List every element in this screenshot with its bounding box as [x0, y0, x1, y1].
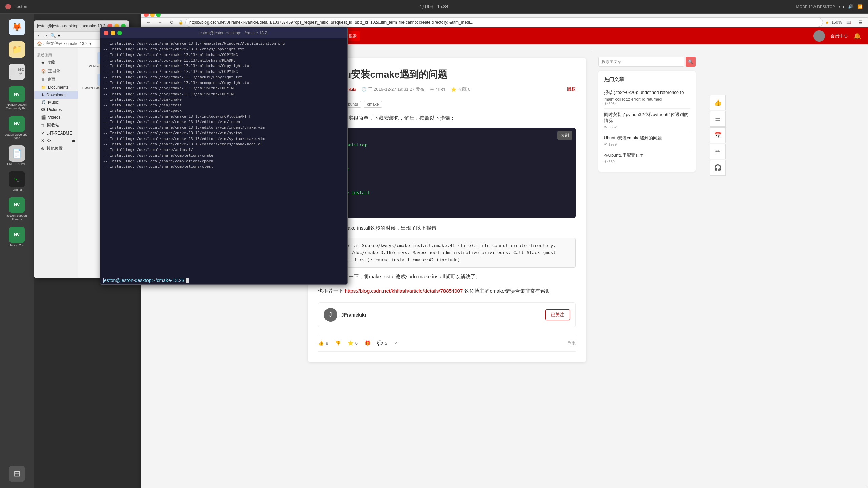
edit-icon: ✏ [715, 148, 721, 155]
fm-fwd-btn[interactable]: → [43, 33, 48, 38]
hot-item-3-views: 👁 1979 [604, 142, 690, 146]
term-line-7: -- Installing: /usr/local/doc/cmake-13.1… [103, 75, 344, 80]
member-center-btn[interactable]: 会员中心 [830, 33, 848, 39]
eye-icon-1: 👁 [604, 102, 608, 106]
hot-item-1[interactable]: 报错 (.text+0x20): undefined reference to … [604, 87, 690, 109]
fm-item-other[interactable]: ⊕ 其他位置 [34, 144, 78, 153]
fm-back-btn[interactable]: ← [37, 33, 41, 38]
forward-btn[interactable]: → [155, 18, 165, 27]
floater-calendar[interactable]: 📅 [710, 127, 726, 143]
like-btn[interactable]: 👍 8 [318, 340, 328, 346]
article-search-btn[interactable]: 🔍 [686, 57, 696, 67]
link-suffix: 这位博主的cmake错误合集非常有帮助 [464, 288, 550, 294]
dislike-btn[interactable]: 👎 [335, 340, 341, 346]
code-copy-btn[interactable]: 复制 [557, 131, 572, 140]
floater-likes[interactable]: 👍 [710, 95, 726, 110]
dock-item-apps[interactable]: ⊞ [2, 464, 32, 485]
term-line-3: -- Installing: /usr/local/doc/cmake-13.1… [103, 52, 344, 58]
dock-item-trash[interactable]: 🗑 回收站 [2, 62, 32, 83]
hot-item-3-title: Ubuntu安装cmake遇到的问题 [604, 135, 690, 141]
term-min-btn[interactable] [111, 30, 115, 35]
fm-crumb-dropdown[interactable]: ▾ [89, 41, 91, 46]
terminal-body[interactable]: -- Installing: /usr/local/share/cmake-13… [100, 38, 347, 276]
fm-item-pictures[interactable]: 🖼 Pictures [34, 106, 78, 114]
hot-item-4[interactable]: 在Ubuntu里配置slim 👁 550 [604, 149, 690, 166]
dock-item-l4t[interactable]: 📄 L4T-README [2, 143, 32, 168]
hot-item-1-views: 👁 6034 [604, 102, 690, 106]
gift-btn[interactable]: 🎁 [364, 340, 370, 346]
version-link[interactable]: 版权 [567, 86, 576, 93]
term-line-15: -- Installing: /usr/local/share/cmake-13… [103, 119, 344, 125]
term-max-btn[interactable] [117, 30, 122, 35]
taskbar-wifi[interactable]: 📶 [857, 4, 863, 9]
follow-btn[interactable]: 已关注 [545, 309, 570, 320]
term-line-1: -- Installing: /usr/local/share/cmake-13… [103, 41, 344, 47]
hot-item-1-subtitle: 'main' collect2: error: ld returned [604, 97, 690, 102]
files-icon: 📁 [12, 45, 22, 54]
term-close-btn[interactable] [104, 30, 108, 35]
hot-item-2-title: 同时安装了python32位和python64位遇到的情况 [604, 111, 690, 124]
firefox-icon: 🦊 [12, 22, 22, 32]
eject-icon[interactable]: ⏏ [72, 138, 75, 143]
collect-count: 6 [355, 341, 358, 346]
report-link[interactable]: 单报 [567, 340, 576, 346]
hot-item-3[interactable]: Ubuntu安装cmake遇到的问题 👁 1979 [604, 132, 690, 149]
breadcrumb-sep: › [43, 41, 45, 46]
nvidia-icon: NV [14, 92, 20, 97]
hot-articles-card: 热门文章 报错 (.text+0x20): undefined referenc… [598, 71, 696, 172]
fm-item-videos[interactable]: 🎬 Videos [34, 114, 78, 121]
fm-home-crumb[interactable]: 🏠 [37, 41, 42, 46]
bookmark-star[interactable]: ★ [825, 20, 829, 25]
comment-btn[interactable]: 💬 2 [377, 340, 387, 346]
collect-btn[interactable]: ⭐ 6 [348, 340, 358, 346]
fm-item-documents[interactable]: 📁 Documents [34, 84, 78, 91]
dock-item-firefox[interactable]: 🦊 [2, 17, 32, 38]
activities-button[interactable] [3, 2, 13, 12]
terminal-input-line: jeston@jeston-desktop:~/cmake-13.2 $ [100, 276, 347, 284]
home-icon: 🏠 [41, 69, 46, 74]
fm-item-trash[interactable]: 🗑 回收站 [34, 121, 78, 129]
taskbar-vol[interactable]: 🔊 [848, 4, 853, 9]
dock: 🦊 📁 🗑 回收站 NV NVIDIA Jetson Community Pr.… [0, 14, 34, 488]
reload-btn[interactable]: ↻ [167, 18, 176, 27]
dock-item-nvidia-jetson[interactable]: NV NVIDIA Jetson Community Pr... [2, 84, 32, 113]
fm-item-home[interactable]: 🏠 主目录 [34, 67, 78, 75]
dock-item-files[interactable]: 📁 [2, 39, 32, 60]
fm-item-bookmarks[interactable]: ★ 收藏 [34, 58, 78, 67]
dock-item-zoo[interactable]: NV Jetson Zoo [2, 225, 32, 249]
floater-audio[interactable]: 🎧 [710, 160, 726, 176]
fm-item-x3[interactable]: ✕ X3 ⏏ [34, 137, 78, 144]
article-container: Ubuntu安装cmake遇到的问题 原创 JFramekiki 🕐 于 201… [308, 58, 586, 362]
article-search-input[interactable] [598, 57, 684, 67]
dock-item-terminal[interactable]: >_ Terminal [2, 169, 32, 194]
recommend-link[interactable]: https://blog.csdn.net/khflash/article/de… [345, 288, 463, 294]
terminal-window: jeston@jeston-desktop: ~/cmake-13.2 -- I… [100, 27, 348, 285]
bookmark-icon: ★ [41, 60, 45, 65]
taskbar-lang: en [839, 4, 844, 9]
fm-item-music[interactable]: 🎵 Music [34, 99, 78, 106]
author-name[interactable]: JFramekiki [341, 312, 366, 318]
fm-menu-btn[interactable]: ≡ [58, 33, 61, 38]
fm-item-desktop[interactable]: 🖥 桌面 [34, 75, 78, 84]
term-line-16: -- Installing: /usr/local/share/cmake-13… [103, 125, 344, 131]
bell-icon: 🔔 [853, 32, 861, 40]
back-btn[interactable]: ← [144, 18, 153, 27]
fm-item-downloads[interactable]: ⬇ Downloads [34, 91, 78, 99]
floater-edit[interactable]: ✏ [710, 144, 726, 159]
fm-search-btn[interactable]: 🔍 [50, 33, 56, 38]
dock-item-forums[interactable]: NV Jetson Support Forums [2, 195, 32, 223]
url-bar[interactable] [185, 18, 823, 27]
term-wm-controls [104, 30, 122, 35]
csdn-avatar[interactable] [813, 30, 825, 42]
trash-icon: 🗑 [9, 67, 17, 77]
share-btn[interactable]: ↗ [394, 340, 398, 346]
fm-item-l4t[interactable]: ✕ L4T-README [34, 129, 78, 137]
tag-cmake[interactable]: cmake [364, 101, 382, 108]
dock-item-dev-zone[interactable]: NV Jetson Developer Zone [2, 114, 32, 142]
sidebar-toggle-btn[interactable]: ☰ [855, 18, 865, 27]
floater-collect[interactable]: ☰ [710, 111, 726, 127]
term-line-4: -- Installing: /usr/local/doc/cmake-13.1… [103, 58, 344, 64]
fm-folder-crumb[interactable]: 主文件夹 [46, 41, 62, 46]
reader-view-btn[interactable]: 📖 [844, 18, 853, 27]
hot-item-2[interactable]: 同时安装了python32位和python64位遇到的情况 👁 3532 [604, 109, 690, 132]
